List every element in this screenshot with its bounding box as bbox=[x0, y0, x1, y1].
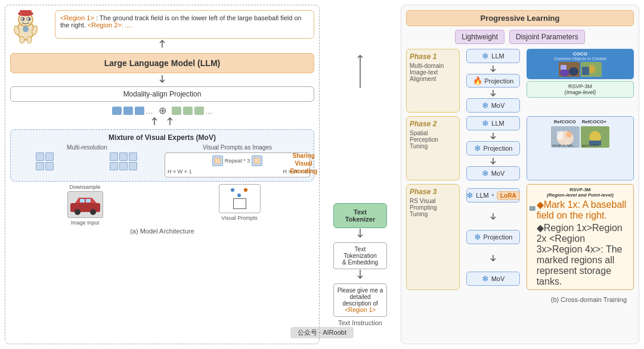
prog-learning-box: Progressive Learning bbox=[406, 10, 634, 26]
prog-learning-label: Progressive Learning bbox=[481, 14, 560, 23]
arrow-tok-to-embed bbox=[354, 228, 366, 238]
right-footer: (b) Cross-domain Training bbox=[406, 294, 634, 303]
mov-box: Mixture of Visual Experts (MoV) Multi-re… bbox=[10, 129, 314, 182]
svg-point-19 bbox=[560, 69, 569, 76]
arrow-p3-1 bbox=[488, 213, 498, 220]
repeat-box: Repeat * 3 H × W × 1 H × W × 3 bbox=[165, 152, 310, 177]
phase-3-proj-text: Projection bbox=[484, 233, 513, 241]
token-dots-1: ... bbox=[146, 106, 153, 116]
coco-dataset-box: COCO Common Objects in Context bbox=[527, 49, 634, 79]
svg-point-17 bbox=[90, 209, 96, 215]
llm-label: Large Language Model (LLM) bbox=[104, 58, 220, 68]
small-square-inner bbox=[215, 158, 221, 164]
lora-box: LoRA bbox=[497, 191, 520, 200]
region-desc: ◆Region 1x>Region 2x <Region 3x>Region 4… bbox=[537, 222, 631, 287]
phase-2-desc: SpatialPerceptionTuning bbox=[410, 130, 456, 149]
downsample-label: Downsample bbox=[10, 184, 160, 190]
phase-3-row: Phase 3 RS VisualPromptingTuning ❄ LLM +… bbox=[406, 184, 634, 290]
small-square-outer-2 bbox=[252, 155, 262, 166]
dot-blue-2 bbox=[237, 194, 241, 197]
wechat-text: 公众号 · AIRoobt bbox=[298, 329, 346, 336]
arrow-p3-2 bbox=[488, 254, 498, 261]
token-block-green-3 bbox=[194, 107, 204, 115]
refcoco-label: RefCOCO bbox=[554, 119, 576, 124]
lightweight-badge: Lightweight bbox=[455, 30, 504, 44]
text-instruction-box: Please give me a detailed description of… bbox=[333, 283, 387, 317]
phase-1-proj-fire-icon: 🔥 bbox=[473, 76, 482, 85]
mark1x-label: ◆Mark 1x: A baseball field on the right. bbox=[537, 199, 631, 221]
bottom-section: Downsample Image Input bbox=[10, 184, 314, 226]
svg-rect-13 bbox=[70, 203, 100, 212]
left-panel-footer: (a) Model Architecture bbox=[10, 226, 314, 235]
phase-1-mov-text: MoV bbox=[491, 102, 505, 109]
svg-point-11 bbox=[27, 36, 32, 43]
arrow-to-mov bbox=[10, 117, 314, 126]
svg-text:guy in yellow...: guy in yellow... bbox=[582, 144, 602, 147]
phase-1-row: Phase 1 Multi-domainImage-textAlignment … bbox=[406, 49, 634, 113]
visual-prompts-footer: Visual Prompts bbox=[165, 215, 314, 221]
phase-2-proj-freeze-icon: ❄ bbox=[474, 144, 481, 153]
phase-3-mov-freeze-icon: ❄ bbox=[482, 274, 489, 283]
text-instruction-label: Text Instruction bbox=[338, 319, 382, 326]
grid-cell bbox=[110, 162, 118, 170]
coco-title: COCO bbox=[529, 51, 631, 57]
dot-orange-1 bbox=[244, 188, 247, 192]
right-footer-label: (b) Cross-domain Training bbox=[551, 296, 627, 303]
refcoco-plus-label: RefCOCO+ bbox=[582, 119, 607, 124]
lightweight-label: Lightweight bbox=[462, 33, 498, 41]
token-block-blue-2 bbox=[123, 107, 133, 115]
wechat-watermark: 公众号 · AIRoobt bbox=[290, 327, 354, 338]
phase-1-proj-text: Projection bbox=[485, 77, 514, 85]
token-block-blue-1 bbox=[112, 107, 122, 115]
small-square-inner-2 bbox=[254, 158, 260, 164]
region2-label: <Region 2>: .... bbox=[88, 21, 132, 29]
arrow-p1-1 bbox=[488, 65, 498, 72]
mov-title: Mixture of Visual Experts (MoV) bbox=[14, 133, 310, 142]
svg-point-28 bbox=[566, 132, 572, 138]
sharing-visual-label: SharingVisualEncoding bbox=[290, 152, 317, 175]
rsvp-phase1-label: RSVP-3M(Image-level) bbox=[565, 83, 596, 95]
small-square-outer bbox=[212, 155, 223, 166]
token-block-green-1 bbox=[172, 107, 181, 115]
rsvp-phase1-dataset: RSVP-3M(Image-level) bbox=[527, 81, 634, 98]
token-block-blue-3 bbox=[135, 107, 144, 115]
grid-cell bbox=[45, 152, 54, 161]
visual-prompts-as-images-section: Visual Prompts as Images Repeat * 3 bbox=[165, 144, 310, 177]
left-panel: <Region 1> : The ground track field is o… bbox=[5, 5, 320, 344]
grid-cell bbox=[36, 162, 44, 170]
dot-empty-3 bbox=[244, 194, 247, 197]
repeat-label: Repeat * 3 bbox=[225, 158, 250, 164]
phase-2-mov-text: MoV bbox=[491, 170, 505, 177]
svg-rect-14 bbox=[80, 199, 85, 202]
plus-symbol: ⊕ bbox=[159, 105, 166, 116]
phase-3-middle: ❄ LLM + LoRA ❄ Projection ❄ MoV bbox=[463, 184, 523, 290]
visual-prompts-inner bbox=[219, 184, 261, 213]
region-text: <Region 1> bbox=[345, 307, 376, 313]
dot-grid bbox=[231, 188, 249, 197]
phase-1-label-box: Phase 1 Multi-domainImage-textAlignment bbox=[406, 49, 460, 113]
tok-embedding-label: TextTokenization& Embedding bbox=[342, 246, 378, 266]
arrow-p2-1 bbox=[488, 132, 498, 139]
svg-point-7 bbox=[29, 18, 30, 20]
svg-point-12 bbox=[23, 26, 29, 32]
phase-1-mov-box: ❄ MoV bbox=[466, 98, 520, 113]
dot-blue-1 bbox=[231, 188, 234, 192]
arrow-p2-2 bbox=[488, 157, 498, 164]
phase-1-desc: Multi-domainImage-textAlignment bbox=[410, 63, 456, 82]
grid-cell bbox=[129, 162, 137, 170]
text-instruction-content: Please give me a detailed description of… bbox=[337, 287, 383, 313]
phase-1-llm-text: LLM bbox=[491, 52, 504, 60]
svg-rect-3 bbox=[20, 10, 32, 14]
rsvp-phase3-desc: ◆Mark 1x: A baseball field on the right.… bbox=[537, 199, 631, 287]
svg-point-6 bbox=[23, 18, 24, 20]
phase-3-llm-freeze-icon: ❄ bbox=[466, 191, 473, 200]
refcoco-dataset-box: RefCOCO RefCOCO+ woman on right... bbox=[527, 116, 634, 180]
disjoint-label: Disjoint Parameters bbox=[516, 33, 578, 41]
phase-2-llm-freeze-icon: ❄ bbox=[482, 119, 489, 128]
token-block-green-2 bbox=[183, 107, 193, 115]
dot-empty-1 bbox=[237, 188, 241, 192]
rsvp-phase3-img bbox=[530, 199, 535, 218]
phase-2-llm-text: LLM bbox=[491, 120, 504, 127]
phase-2-llm-box: ❄ LLM bbox=[466, 116, 520, 130]
phase-2-label-box: Phase 2 SpatialPerceptionTuning bbox=[406, 116, 460, 180]
